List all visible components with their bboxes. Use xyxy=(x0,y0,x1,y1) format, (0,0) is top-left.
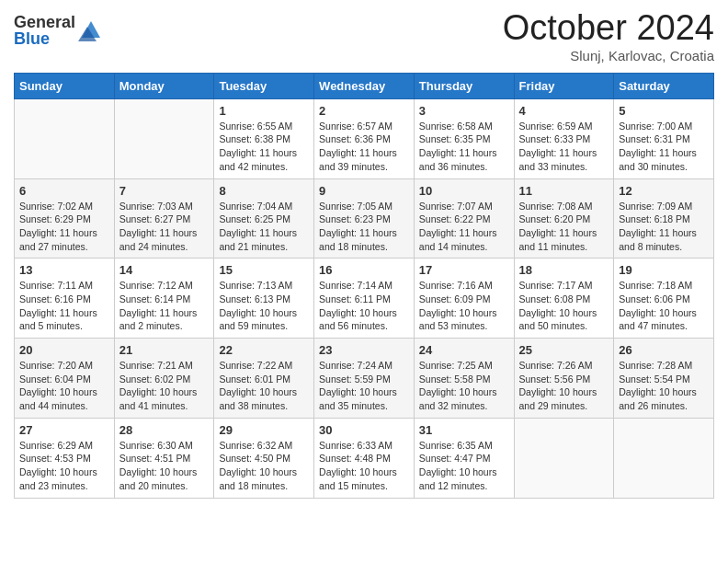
day-number: 7 xyxy=(119,184,210,198)
day-info: Sunrise: 6:32 AMSunset: 4:50 PMDaylight:… xyxy=(219,439,309,493)
day-number: 21 xyxy=(119,343,210,357)
day-info: Sunrise: 6:33 AMSunset: 4:48 PMDaylight:… xyxy=(319,439,409,493)
day-number: 2 xyxy=(319,104,409,118)
day-number: 13 xyxy=(19,263,109,277)
day-number: 10 xyxy=(419,184,509,198)
calendar-day-cell: 29Sunrise: 6:32 AMSunset: 4:50 PMDayligh… xyxy=(214,418,314,498)
calendar-day-cell: 30Sunrise: 6:33 AMSunset: 4:48 PMDayligh… xyxy=(314,418,415,498)
calendar-day-cell: 16Sunrise: 7:14 AMSunset: 6:11 PMDayligh… xyxy=(314,259,415,339)
day-number: 11 xyxy=(519,184,609,198)
day-number: 4 xyxy=(519,104,609,118)
calendar-day-cell: 13Sunrise: 7:11 AMSunset: 6:16 PMDayligh… xyxy=(15,259,115,339)
calendar-day-cell: 12Sunrise: 7:09 AMSunset: 6:18 PMDayligh… xyxy=(614,178,714,259)
calendar-week-row: 6Sunrise: 7:02 AMSunset: 6:29 PMDaylight… xyxy=(15,178,714,259)
day-info: Sunrise: 6:55 AMSunset: 6:38 PMDaylight:… xyxy=(219,120,309,174)
calendar-week-row: 27Sunrise: 6:29 AMSunset: 4:53 PMDayligh… xyxy=(15,418,714,498)
logo-blue-text: Blue xyxy=(14,30,75,47)
day-number: 25 xyxy=(519,343,609,357)
page-header: General Blue October 2024 Slunj, Karlova… xyxy=(14,9,714,63)
day-info: Sunrise: 7:22 AMSunset: 6:01 PMDaylight:… xyxy=(219,359,309,413)
day-number: 5 xyxy=(619,104,709,118)
day-number: 31 xyxy=(419,423,509,437)
calendar-day-cell: 22Sunrise: 7:22 AMSunset: 6:01 PMDayligh… xyxy=(214,339,314,419)
calendar-day-cell: 6Sunrise: 7:02 AMSunset: 6:29 PMDaylight… xyxy=(15,178,115,259)
day-number: 26 xyxy=(619,343,709,357)
day-info: Sunrise: 7:00 AMSunset: 6:31 PMDaylight:… xyxy=(619,120,709,174)
day-number: 17 xyxy=(419,263,509,277)
day-number: 3 xyxy=(419,104,509,118)
calendar-day-cell xyxy=(614,418,714,498)
day-number: 12 xyxy=(619,184,709,198)
location-subtitle: Slunj, Karlovac, Croatia xyxy=(503,48,714,63)
day-info: Sunrise: 7:05 AMSunset: 6:23 PMDaylight:… xyxy=(319,200,409,254)
calendar-day-cell: 23Sunrise: 7:24 AMSunset: 5:59 PMDayligh… xyxy=(314,339,415,419)
calendar-day-cell: 2Sunrise: 6:57 AMSunset: 6:36 PMDaylight… xyxy=(314,98,415,178)
day-number: 9 xyxy=(319,184,409,198)
day-info: Sunrise: 7:16 AMSunset: 6:09 PMDaylight:… xyxy=(419,279,509,333)
weekday-header: Saturday xyxy=(614,73,714,98)
day-number: 29 xyxy=(219,423,309,437)
day-info: Sunrise: 6:57 AMSunset: 6:36 PMDaylight:… xyxy=(319,120,409,174)
day-info: Sunrise: 6:35 AMSunset: 4:47 PMDaylight:… xyxy=(419,439,509,493)
calendar-day-cell: 11Sunrise: 7:08 AMSunset: 6:20 PMDayligh… xyxy=(514,178,614,259)
day-number: 18 xyxy=(519,263,609,277)
calendar-day-cell: 31Sunrise: 6:35 AMSunset: 4:47 PMDayligh… xyxy=(414,418,514,498)
weekday-header: Thursday xyxy=(414,73,514,98)
calendar-day-cell: 21Sunrise: 7:21 AMSunset: 6:02 PMDayligh… xyxy=(114,339,214,419)
calendar-day-cell: 17Sunrise: 7:16 AMSunset: 6:09 PMDayligh… xyxy=(414,259,514,339)
day-number: 28 xyxy=(119,423,210,437)
day-info: Sunrise: 6:29 AMSunset: 4:53 PMDaylight:… xyxy=(19,439,109,493)
title-section: October 2024 Slunj, Karlovac, Croatia xyxy=(503,9,714,63)
calendar-day-cell: 4Sunrise: 6:59 AMSunset: 6:33 PMDaylight… xyxy=(514,98,614,178)
calendar-day-cell: 20Sunrise: 7:20 AMSunset: 6:04 PMDayligh… xyxy=(15,339,115,419)
day-info: Sunrise: 6:58 AMSunset: 6:35 PMDaylight:… xyxy=(419,120,509,174)
day-number: 15 xyxy=(219,263,309,277)
calendar-day-cell: 9Sunrise: 7:05 AMSunset: 6:23 PMDaylight… xyxy=(314,178,415,259)
calendar-day-cell: 25Sunrise: 7:26 AMSunset: 5:56 PMDayligh… xyxy=(514,339,614,419)
day-info: Sunrise: 7:04 AMSunset: 6:25 PMDaylight:… xyxy=(219,200,309,254)
day-info: Sunrise: 7:28 AMSunset: 5:54 PMDaylight:… xyxy=(619,359,709,413)
day-info: Sunrise: 6:30 AMSunset: 4:51 PMDaylight:… xyxy=(119,439,210,493)
day-number: 6 xyxy=(19,184,109,198)
day-number: 24 xyxy=(419,343,509,357)
logo-icon xyxy=(78,17,104,43)
calendar-header-row: SundayMondayTuesdayWednesdayThursdayFrid… xyxy=(15,73,714,98)
calendar-day-cell: 7Sunrise: 7:03 AMSunset: 6:27 PMDaylight… xyxy=(114,178,214,259)
day-info: Sunrise: 6:59 AMSunset: 6:33 PMDaylight:… xyxy=(519,120,609,174)
day-info: Sunrise: 7:21 AMSunset: 6:02 PMDaylight:… xyxy=(119,359,210,413)
day-info: Sunrise: 7:14 AMSunset: 6:11 PMDaylight:… xyxy=(319,279,409,333)
calendar-day-cell: 3Sunrise: 6:58 AMSunset: 6:35 PMDaylight… xyxy=(414,98,514,178)
day-info: Sunrise: 7:07 AMSunset: 6:22 PMDaylight:… xyxy=(419,200,509,254)
day-info: Sunrise: 7:20 AMSunset: 6:04 PMDaylight:… xyxy=(19,359,109,413)
day-number: 30 xyxy=(319,423,409,437)
calendar-day-cell: 19Sunrise: 7:18 AMSunset: 6:06 PMDayligh… xyxy=(614,259,714,339)
calendar-day-cell: 8Sunrise: 7:04 AMSunset: 6:25 PMDaylight… xyxy=(214,178,314,259)
calendar-day-cell xyxy=(15,98,115,178)
day-info: Sunrise: 7:25 AMSunset: 5:58 PMDaylight:… xyxy=(419,359,509,413)
weekday-header: Sunday xyxy=(15,73,115,98)
day-info: Sunrise: 7:13 AMSunset: 6:13 PMDaylight:… xyxy=(219,279,309,333)
day-number: 8 xyxy=(219,184,309,198)
calendar-week-row: 1Sunrise: 6:55 AMSunset: 6:38 PMDaylight… xyxy=(15,98,714,178)
calendar-day-cell: 24Sunrise: 7:25 AMSunset: 5:58 PMDayligh… xyxy=(414,339,514,419)
day-info: Sunrise: 7:02 AMSunset: 6:29 PMDaylight:… xyxy=(19,200,109,254)
calendar-day-cell xyxy=(514,418,614,498)
logo-general-text: General xyxy=(14,14,75,30)
weekday-header: Wednesday xyxy=(314,73,415,98)
weekday-header: Tuesday xyxy=(214,73,314,98)
day-number: 1 xyxy=(219,104,309,118)
day-info: Sunrise: 7:18 AMSunset: 6:06 PMDaylight:… xyxy=(619,279,709,333)
calendar-table: SundayMondayTuesdayWednesdayThursdayFrid… xyxy=(14,73,714,499)
calendar-day-cell: 5Sunrise: 7:00 AMSunset: 6:31 PMDaylight… xyxy=(614,98,714,178)
weekday-header: Friday xyxy=(514,73,614,98)
calendar-day-cell: 26Sunrise: 7:28 AMSunset: 5:54 PMDayligh… xyxy=(614,339,714,419)
day-number: 23 xyxy=(319,343,409,357)
calendar-day-cell: 1Sunrise: 6:55 AMSunset: 6:38 PMDaylight… xyxy=(214,98,314,178)
calendar-day-cell: 10Sunrise: 7:07 AMSunset: 6:22 PMDayligh… xyxy=(414,178,514,259)
day-info: Sunrise: 7:26 AMSunset: 5:56 PMDaylight:… xyxy=(519,359,609,413)
day-number: 20 xyxy=(19,343,109,357)
weekday-header: Monday xyxy=(114,73,214,98)
calendar-week-row: 20Sunrise: 7:20 AMSunset: 6:04 PMDayligh… xyxy=(15,339,714,419)
day-number: 27 xyxy=(19,423,109,437)
day-info: Sunrise: 7:03 AMSunset: 6:27 PMDaylight:… xyxy=(119,200,210,254)
